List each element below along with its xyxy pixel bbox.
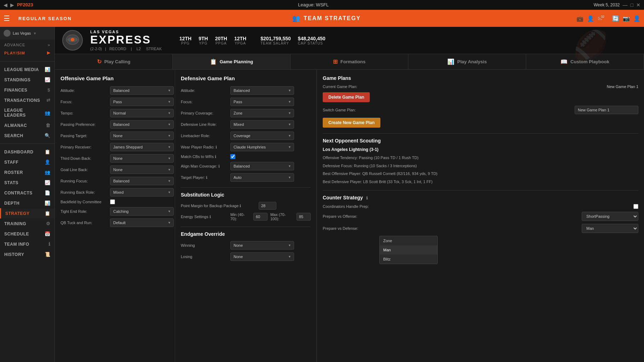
roster-icon[interactable]: 👤 (587, 15, 594, 22)
point-margin-input[interactable] (259, 202, 276, 210)
delete-gameplan-button[interactable]: Delete Game Plan (323, 92, 370, 102)
point-margin-info-icon[interactable]: ℹ (240, 204, 241, 208)
refresh-icon[interactable]: 🔄 (612, 15, 619, 22)
team-salary: $201,759,550 TEAM SALARY (260, 36, 291, 45)
sidebar-item-schedule[interactable]: SCHEDULE 📅 (0, 229, 54, 239)
tempo-select[interactable]: Normal (110, 109, 174, 117)
qb-tuck-select[interactable]: Default (110, 218, 174, 227)
target-player-info-icon[interactable]: ℹ (206, 175, 207, 180)
team-selector[interactable]: Las Vegas ▼ (0, 27, 54, 40)
season-label[interactable]: REGULAR SEASON (13, 14, 77, 23)
sidebar-item-league-leaders[interactable]: LEAGUE LEADERS 👥 (0, 105, 54, 120)
third-down-select[interactable]: None (110, 154, 174, 163)
forward-btn[interactable]: ▶ (10, 2, 14, 8)
target-player-select[interactable]: Auto (230, 173, 294, 182)
winning-row: Winning None (181, 241, 311, 250)
dropdown-item-blitz[interactable]: Blitz (380, 255, 437, 264)
mail-icon[interactable]: ✉32 (598, 15, 609, 22)
sidebar-item-depth[interactable]: DEPTH 📊 (0, 198, 54, 208)
advance-btn[interactable]: ADVANCE » (4, 41, 51, 49)
standings-icon: 📈 (45, 77, 51, 82)
goal-line-select[interactable]: None (110, 165, 174, 174)
almanac-icon: 🗑 (46, 123, 51, 128)
linebacker-select[interactable]: Coverage (230, 132, 294, 140)
primary-coverage-select[interactable]: Zone (230, 109, 294, 117)
prepare-defense-select[interactable]: Zone Man Blitz (582, 224, 638, 233)
sidebar-item-staff[interactable]: STAFF 👤 (0, 157, 54, 167)
tab-game-planning[interactable]: 📋 Game Planning (173, 54, 291, 69)
close-btn[interactable]: ✕ (636, 2, 640, 8)
team-logo (62, 30, 83, 51)
sidebar-item-dashboard[interactable]: DASHBOARD 📋 (0, 147, 54, 157)
sidebar-item-league-media[interactable]: LEAGUE MEDIA 📊 (0, 64, 54, 75)
back-btn[interactable]: ◀ (4, 2, 7, 8)
minimize-btn[interactable]: — (623, 2, 628, 8)
history-label: HISTORY (4, 252, 24, 257)
create-gameplan-button[interactable]: Create New Game Plan (323, 118, 380, 128)
wear-radio-info-icon[interactable]: ℹ (215, 145, 217, 149)
energy-min-input[interactable] (253, 213, 268, 221)
maximize-btn[interactable]: □ (631, 2, 633, 8)
sidebar-item-history[interactable]: HISTORY 📜 (0, 249, 54, 259)
dropdown-item-zone[interactable]: Zone (380, 236, 437, 245)
team-dot (4, 30, 11, 37)
align-man-select[interactable]: Balanced (230, 162, 294, 170)
dropdown-item-man[interactable]: Man (380, 245, 437, 255)
prepare-offense-select[interactable]: ShortPassing LongPassing Running Balance… (582, 212, 638, 221)
def-line-select[interactable]: Mixed (230, 120, 294, 129)
sidebar-item-contracts[interactable]: CONTRACTS 📄 (0, 188, 54, 198)
sidebar-item-team-info[interactable]: TEAM INFO ℹ (0, 239, 54, 249)
ppg-val: 12TH (179, 36, 191, 41)
standings-label: STANDINGS (4, 77, 30, 82)
ppga-val: 20TH (215, 36, 227, 41)
attitude-select[interactable]: Balanced (110, 86, 174, 95)
primary-receiver-label: Primary Receiver: (61, 145, 110, 149)
sidebar-item-training[interactable]: TRAINING ⚙ (0, 218, 54, 229)
switch-gameplan-select[interactable]: New Game Plan 1 (575, 106, 638, 114)
match-cbs-info-icon[interactable]: ℹ (215, 154, 216, 159)
sidebar-item-almanac[interactable]: ALMANAC 🗑 (0, 120, 54, 130)
scouting-section: Next Opponent Scouting Los Angeles Light… (323, 133, 638, 185)
def-attitude-select[interactable]: Balanced (230, 86, 294, 95)
running-back-select[interactable]: Mixed (110, 188, 174, 197)
losing-select[interactable]: None (230, 252, 294, 261)
person-icon[interactable]: 👤 (633, 15, 640, 22)
sidebar-item-finances[interactable]: FINANCES $ (0, 85, 54, 95)
sidebar-season: ADVANCE » PLAY/SIM ▶ (0, 40, 54, 58)
tight-end-select[interactable]: Catching (110, 207, 174, 216)
align-man-wrapper: Balanced (230, 162, 294, 170)
backfield-committee-checkbox[interactable] (110, 199, 115, 204)
passing-target-wrapper: None (110, 132, 174, 140)
sidebar-item-standings[interactable]: STANDINGS 📈 (0, 75, 54, 85)
def-focus-select[interactable]: Pass (230, 98, 294, 106)
switch-gameplan-row: Switch Game Plan: New Game Plan 1 (323, 106, 638, 114)
energy-info-icon[interactable]: ℹ (209, 215, 211, 219)
sidebar-item-transactions[interactable]: TRANSACTIONS ⇄ (0, 95, 54, 105)
focus-select[interactable]: Pass (110, 98, 174, 106)
tab-play-calling[interactable]: ↻ Play Calling (55, 54, 173, 69)
playsim-btn[interactable]: PLAY/SIM ▶ (4, 49, 51, 57)
sidebar-item-roster[interactable]: ROSTER 👥 (0, 167, 54, 177)
top-bar-left: ◀ ▶ PF2023 (4, 2, 33, 8)
almanac-label: ALMANAC (4, 123, 27, 128)
winning-select[interactable]: None (230, 241, 294, 250)
coordinators-checkbox[interactable] (633, 204, 638, 209)
energy-max-input[interactable] (297, 213, 311, 221)
wear-player-select[interactable]: Claude Humphries (230, 143, 294, 151)
briefcase-icon[interactable]: 💼 (576, 15, 583, 22)
prepare-defense-wrapper: Zone Man Blitz (582, 224, 638, 233)
running-focus-select[interactable]: Balanced (110, 177, 174, 185)
third-down-wrapper: None (110, 154, 174, 163)
sidebar-item-search[interactable]: SEARCH 🔍 (0, 130, 54, 141)
camera-icon[interactable]: 📷 (623, 15, 630, 22)
tab-play-analysis[interactable]: 📊 Play Analysis (408, 54, 526, 69)
tab-formations[interactable]: ⊞ Formations (291, 54, 408, 69)
align-man-info-icon[interactable]: ℹ (218, 164, 220, 168)
primary-receiver-select[interactable]: James Sheppard (110, 143, 174, 151)
sidebar-item-stats[interactable]: STATS 📈 (0, 177, 54, 188)
passing-target-select[interactable]: None (110, 132, 174, 140)
passing-pref-select[interactable]: Balanced (110, 120, 174, 129)
match-cbs-checkbox[interactable] (230, 154, 235, 159)
counter-info-icon[interactable]: ℹ (366, 196, 368, 200)
sidebar-item-strategy[interactable]: STRATEGY 📋 (0, 208, 54, 218)
